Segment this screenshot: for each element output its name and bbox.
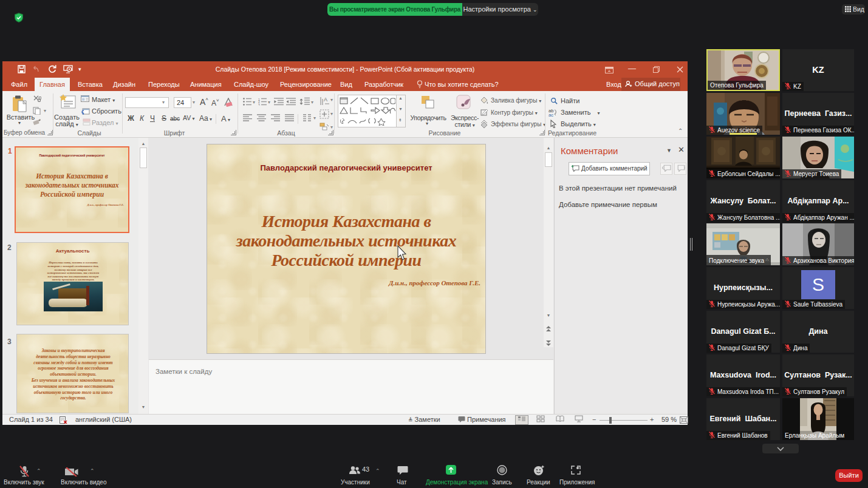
svg-text:ac: ac: [548, 112, 553, 117]
svg-text:А: А: [324, 97, 327, 103]
svg-text:3: 3: [258, 103, 260, 106]
